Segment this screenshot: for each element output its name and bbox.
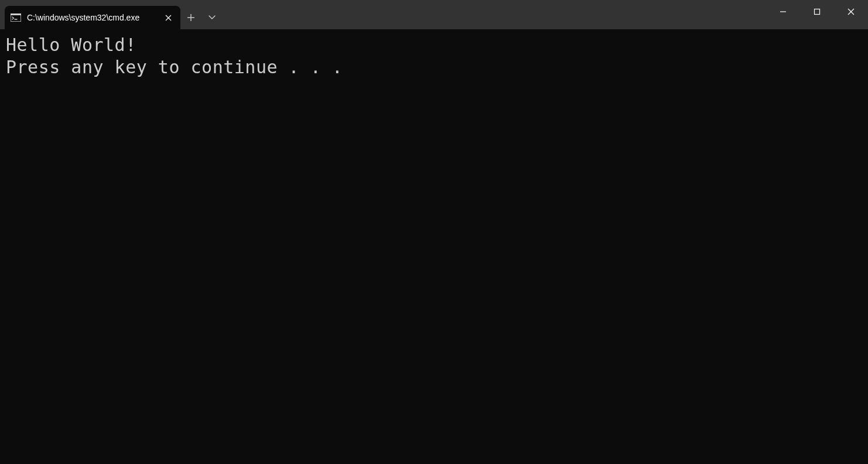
tab-title: C:\windows\system32\cmd.exe — [27, 13, 156, 22]
svg-rect-1 — [11, 13, 21, 15]
terminal-line: Hello World! — [6, 34, 862, 56]
terminal-body[interactable]: Hello World! Press any key to continue .… — [0, 29, 868, 464]
maximize-button[interactable] — [800, 0, 834, 23]
new-tab-button[interactable] — [180, 6, 201, 29]
close-tab-button[interactable] — [162, 11, 175, 24]
cmd-icon — [11, 12, 21, 23]
plus-icon — [187, 13, 195, 22]
close-window-button[interactable] — [834, 0, 868, 23]
tab-dropdown-button[interactable] — [201, 6, 223, 29]
close-icon — [848, 8, 855, 15]
maximize-icon — [814, 8, 821, 15]
titlebar: C:\windows\system32\cmd.exe — [0, 0, 868, 29]
terminal-line: Press any key to continue . . . — [6, 56, 862, 79]
terminal-window: C:\windows\system32\cmd.exe — [0, 0, 868, 464]
window-controls — [766, 0, 868, 29]
svg-rect-8 — [815, 9, 820, 15]
titlebar-left: C:\windows\system32\cmd.exe — [0, 0, 223, 29]
minimize-button[interactable] — [766, 0, 800, 23]
tab-active[interactable]: C:\windows\system32\cmd.exe — [5, 6, 180, 29]
close-icon — [165, 15, 172, 21]
minimize-icon — [780, 8, 787, 15]
chevron-down-icon — [209, 15, 216, 20]
